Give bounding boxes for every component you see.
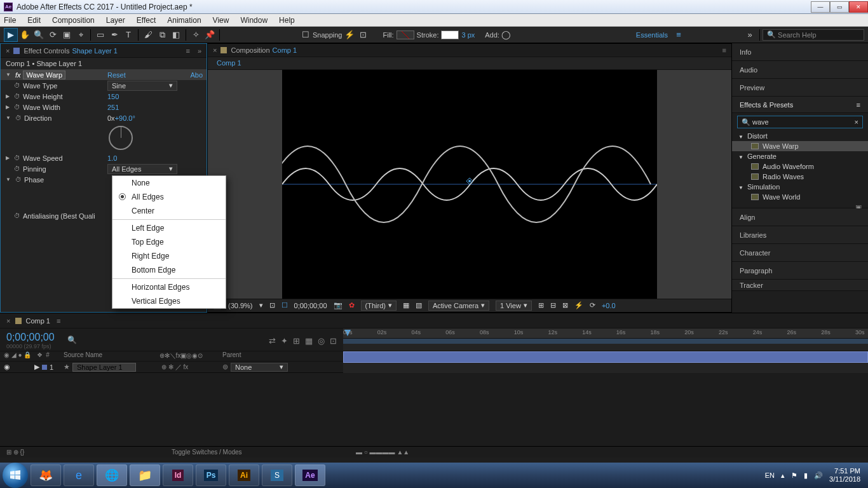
timeline-search-input[interactable]: 🔍: [67, 336, 77, 344]
snap-opt-icon[interactable]: ⚡: [342, 28, 356, 42]
tray-net-icon[interactable]: ▮: [804, 471, 808, 480]
clone-tool-icon[interactable]: ⧉: [155, 28, 169, 42]
stopwatch-icon[interactable]: ⏱: [14, 104, 20, 111]
panel-menu-icon[interactable]: ≡: [857, 101, 860, 109]
tl-tool-icon[interactable]: ⇄: [269, 336, 276, 346]
panel-menu-icon[interactable]: ≡: [722, 46, 726, 54]
stopwatch-icon[interactable]: ⏱: [14, 154, 20, 161]
direction-value[interactable]: +90.0°: [115, 114, 135, 122]
stopwatch-icon[interactable]: ⏱: [15, 114, 22, 121]
time-ruler[interactable]: 00s02s04s06s08s10s12s14s16s18s20s22s24s2…: [343, 329, 868, 339]
panel-overflow-icon[interactable]: »: [198, 47, 201, 55]
dropdown-item-none[interactable]: None: [112, 176, 226, 190]
wave-height-value[interactable]: 150: [107, 93, 119, 100]
taskbar-photoshop-icon[interactable]: Ps: [196, 464, 226, 486]
menu-composition[interactable]: Composition: [52, 16, 95, 25]
timecode-display[interactable]: 0;00;00;00 00000 (29.97 fps): [0, 330, 61, 349]
effect-about[interactable]: Abo: [190, 71, 203, 79]
eraser-tool-icon[interactable]: ◧: [169, 28, 183, 42]
window-close-button[interactable]: ✕: [849, 1, 868, 13]
clear-search-icon[interactable]: ×: [855, 118, 858, 126]
rect-tool-icon[interactable]: ▭: [93, 28, 107, 42]
fast-preview-icon[interactable]: ⚡: [574, 301, 583, 309]
views-select[interactable]: 1 View▾: [496, 301, 532, 311]
taskbar-ie-icon[interactable]: e: [64, 464, 94, 486]
zoom-value[interactable]: (30.9%): [228, 302, 253, 309]
view-opt-icon[interactable]: ⊞: [538, 301, 544, 309]
rotate-tool-icon[interactable]: ⟳: [46, 28, 60, 42]
tl-footer-icon[interactable]: ⊞ ⊕ {}: [6, 449, 24, 456]
taskbar-chrome-icon[interactable]: 🌐: [97, 464, 127, 486]
tray-action-icon[interactable]: ⚑: [791, 471, 797, 480]
composition-viewer[interactable]: [208, 70, 731, 299]
stopwatch-icon[interactable]: ⏱: [14, 212, 20, 219]
layer-name[interactable]: Shape Layer 1: [72, 363, 136, 372]
taskbar-explorer-icon[interactable]: 📁: [130, 464, 160, 486]
snap-opt2-icon[interactable]: ⊡: [356, 28, 370, 42]
stroke-swatch[interactable]: [441, 30, 459, 39]
wave-speed-value[interactable]: 1.0: [107, 154, 117, 162]
category-distort[interactable]: ▼ Distort: [732, 131, 868, 141]
start-button[interactable]: [3, 463, 28, 488]
workspace-label[interactable]: Essentials: [636, 31, 668, 39]
col-source-name[interactable]: Source Name: [64, 351, 140, 361]
dropdown-item-all-edges[interactable]: All Edges: [112, 190, 226, 204]
taskbar-app-icon[interactable]: S: [262, 464, 292, 486]
category-generate[interactable]: ▼ Generate: [732, 151, 868, 161]
zoom-slider[interactable]: ▬ ○ ▬▬▬▬ ▲▲: [356, 449, 409, 456]
dropdown-item-center[interactable]: Center: [112, 204, 226, 218]
taskbar-indesign-icon[interactable]: Id: [163, 464, 193, 486]
panel-menu-icon[interactable]: ≡: [186, 47, 189, 55]
fill-swatch[interactable]: [397, 30, 414, 39]
tl-tool-icon[interactable]: ▦: [305, 336, 313, 346]
camera-tool-icon[interactable]: ▣: [60, 28, 74, 42]
panel-audio[interactable]: Audio: [732, 61, 868, 79]
channels-icon[interactable]: ✿: [349, 301, 355, 309]
add-shape-icon[interactable]: ◯: [499, 28, 513, 42]
menu-edit[interactable]: Edit: [27, 16, 41, 25]
close-tab-icon[interactable]: ×: [6, 47, 10, 55]
effects-search-input[interactable]: 🔍 wave ×: [737, 116, 863, 128]
taskbar-illustrator-icon[interactable]: Ai: [229, 464, 259, 486]
tray-clock[interactable]: 7:51 PM3/11/2018: [829, 467, 860, 484]
snapping-checkbox[interactable]: ☐: [299, 28, 313, 42]
direction-rev[interactable]: 0x: [107, 114, 115, 122]
effect-item-audio-waveform[interactable]: Audio Waveform: [732, 161, 868, 172]
dropdown-item-bottom-edge[interactable]: Bottom Edge: [112, 263, 226, 277]
pinning-select[interactable]: All Edges▾: [107, 164, 177, 174]
menu-effect[interactable]: Effect: [137, 16, 156, 25]
view-opt2-icon[interactable]: ⊟: [550, 301, 556, 309]
pen-tool-icon[interactable]: ✒: [107, 28, 121, 42]
roto-tool-icon[interactable]: ✧: [189, 28, 203, 42]
timeline-tab[interactable]: Comp 1: [25, 317, 50, 325]
grid-icon[interactable]: ☐: [281, 301, 288, 309]
taskbar-aftereffects-icon[interactable]: Ae: [295, 464, 325, 486]
panel-align[interactable]: Align: [732, 208, 868, 226]
effect-title-row[interactable]: ▼fx Wave Warp Reset Abo: [1, 69, 207, 80]
menu-help[interactable]: Help: [279, 16, 295, 25]
window-maximize-button[interactable]: ▭: [830, 1, 849, 13]
text-tool-icon[interactable]: T: [121, 28, 135, 42]
help-search-input[interactable]: 🔍 Search Help: [763, 29, 864, 41]
window-minimize-button[interactable]: —: [811, 1, 830, 13]
stopwatch-icon[interactable]: ⏱: [15, 176, 22, 183]
wave-width-value[interactable]: 251: [107, 104, 119, 111]
snapshot-icon[interactable]: 📷: [334, 301, 342, 309]
tray-vol-icon[interactable]: 🔊: [814, 471, 823, 480]
toggle-switches-button[interactable]: Toggle Switches / Modes: [172, 449, 242, 456]
layer-duration-bar[interactable]: [343, 351, 868, 363]
hand-tool-icon[interactable]: ✋: [18, 28, 32, 42]
menu-layer[interactable]: Layer: [106, 16, 125, 25]
view-opt3-icon[interactable]: ⊠: [562, 301, 568, 309]
stroke-width[interactable]: 3 px: [461, 31, 475, 39]
tl-tool-icon[interactable]: ◎: [318, 336, 325, 346]
dropdown-item-vertical-edges[interactable]: Vertical Edges: [112, 294, 226, 308]
transparency-icon[interactable]: ▧: [416, 301, 422, 309]
panel-info[interactable]: Info: [732, 43, 868, 61]
panel-menu-icon[interactable]: ≡: [57, 317, 60, 325]
stopwatch-icon[interactable]: ⏱: [14, 82, 20, 89]
menu-animation[interactable]: Animation: [167, 16, 201, 25]
workspace-menu-icon[interactable]: ≡: [672, 28, 686, 42]
stopwatch-icon[interactable]: ⏱: [14, 93, 20, 100]
overflow-icon[interactable]: »: [743, 28, 757, 42]
